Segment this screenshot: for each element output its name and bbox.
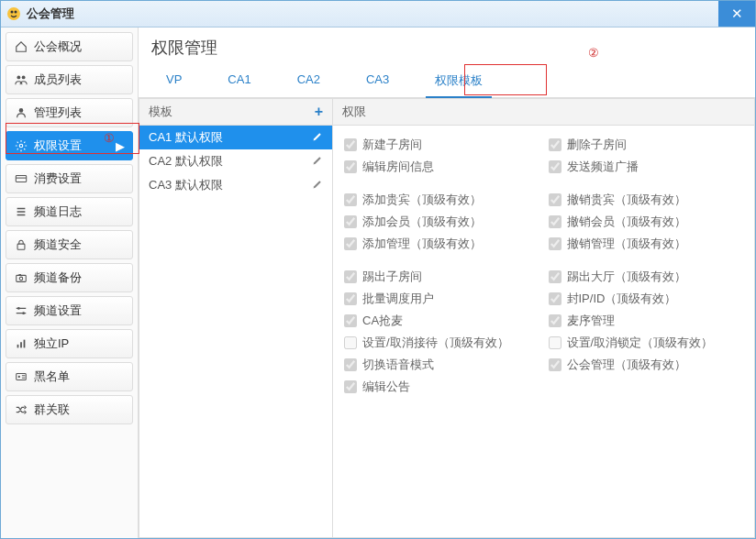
permission-checkbox[interactable] <box>344 314 357 327</box>
template-list: CA1 默认权限CA2 默认权限CA3 默认权限 <box>139 126 332 537</box>
permission-checkbox[interactable] <box>344 160 357 173</box>
permission-label: 批量调度用户 <box>362 291 434 307</box>
sidebar-item-10[interactable]: 黑名单 <box>6 362 133 391</box>
permission-label: 撤销贵宾（顶级有效） <box>567 192 686 208</box>
svg-point-4 <box>22 75 26 79</box>
svg-point-6 <box>19 144 23 148</box>
permission-checkbox[interactable] <box>549 138 561 151</box>
permission-item[interactable]: 撤销贵宾（顶级有效） <box>549 192 744 208</box>
permission-checkbox[interactable] <box>344 237 357 250</box>
sidebar-item-4[interactable]: 消费设置 <box>6 164 133 193</box>
sidebar-item-9[interactable]: 独立IP <box>6 329 133 358</box>
permission-label: 编辑房间信息 <box>362 159 434 175</box>
camera-icon <box>14 271 28 284</box>
svg-point-0 <box>7 7 20 20</box>
permission-item[interactable]: 封IP/ID（顶级有效） <box>549 291 744 307</box>
permission-checkbox[interactable] <box>549 314 561 327</box>
permission-item[interactable]: 新建子房间 <box>344 137 539 153</box>
svg-point-19 <box>18 376 20 378</box>
permission-checkbox[interactable] <box>344 215 357 228</box>
permission-checkbox[interactable] <box>344 358 357 371</box>
permission-checkbox[interactable] <box>344 380 357 393</box>
permission-item[interactable]: 撤销会员（顶级有效） <box>549 214 744 230</box>
permission-item[interactable]: 删除子房间 <box>549 137 744 153</box>
permission-group-2: 踢出子房间踢出大厅（顶级有效）批量调度用户封IP/ID（顶级有效）CA抢麦麦序管… <box>344 265 743 399</box>
svg-rect-10 <box>17 275 27 281</box>
permission-checkbox[interactable] <box>549 237 561 250</box>
permission-item[interactable]: 发送频道广播 <box>549 159 744 175</box>
permission-item[interactable]: 踢出子房间 <box>344 269 539 285</box>
permission-checkbox[interactable] <box>344 138 357 151</box>
edit-template-button[interactable] <box>312 131 323 145</box>
permission-checkbox[interactable] <box>344 292 357 305</box>
permission-checkbox[interactable] <box>344 270 357 283</box>
permission-label: 公会管理（顶级有效） <box>567 357 686 373</box>
permission-label: 添加贵宾（顶级有效） <box>362 192 482 208</box>
tab-3[interactable]: CA3 <box>357 65 398 98</box>
permission-checkbox[interactable] <box>549 270 561 283</box>
body: 公会概况成员列表管理列表权限设置▶消费设置频道日志频道安全频道备份频道设置独立I… <box>1 28 755 538</box>
permission-checkbox[interactable] <box>549 336 561 349</box>
permission-item[interactable]: 撤销管理（顶级有效） <box>549 236 744 252</box>
arrow-right-icon: ▶ <box>116 139 125 153</box>
permission-label: 编辑公告 <box>362 379 410 395</box>
content: 模板 + CA1 默认权限CA2 默认权限CA3 默认权限 权限 新建子房间删除… <box>139 98 755 538</box>
permission-checkbox[interactable] <box>344 336 357 349</box>
window-close-button[interactable]: ✕ <box>718 1 755 27</box>
permission-checkbox[interactable] <box>549 160 561 173</box>
edit-template-button[interactable] <box>312 155 323 169</box>
permission-label: 切换语音模式 <box>362 357 434 373</box>
sidebar-item-11[interactable]: 群关联 <box>6 395 133 424</box>
sidebar-item-label: 频道安全 <box>34 236 82 253</box>
tab-1[interactable]: CA1 <box>218 65 260 98</box>
window-title: 公会管理 <box>27 6 74 22</box>
permission-group-0: 新建子房间删除子房间编辑房间信息发送频道广播 <box>344 133 743 179</box>
sidebar-item-label: 成员列表 <box>34 72 82 88</box>
permission-item[interactable]: 踢出大厅（顶级有效） <box>549 269 744 285</box>
edit-template-button[interactable] <box>312 179 323 192</box>
template-label: CA3 默认权限 <box>149 177 223 193</box>
svg-point-1 <box>11 11 14 14</box>
permission-item[interactable]: 编辑公告 <box>344 379 539 395</box>
annotation-1: ① <box>104 131 115 145</box>
template-row-2[interactable]: CA3 默认权限 <box>139 173 332 197</box>
sidebar-item-0[interactable]: 公会概况 <box>6 32 133 61</box>
sidebar-item-5[interactable]: 频道日志 <box>6 197 133 226</box>
permission-item[interactable]: 公会管理（顶级有效） <box>549 357 744 373</box>
permission-checkbox[interactable] <box>549 292 561 305</box>
permission-checkbox[interactable] <box>549 358 561 371</box>
permission-item[interactable]: 编辑房间信息 <box>344 159 539 175</box>
permission-checkbox[interactable] <box>549 215 561 228</box>
permission-item[interactable]: 设置/取消接待（顶级有效） <box>344 335 539 351</box>
permission-item[interactable]: 麦序管理 <box>549 313 744 329</box>
permission-item[interactable]: 切换语音模式 <box>344 357 539 373</box>
sidebar-item-1[interactable]: 成员列表 <box>6 65 133 94</box>
sidebar-item-label: 公会概况 <box>34 38 82 55</box>
svg-rect-16 <box>20 342 22 347</box>
sidebar-item-label: 频道设置 <box>34 302 82 319</box>
svg-rect-17 <box>24 340 26 348</box>
sidebar-item-2[interactable]: 管理列表 <box>6 98 133 127</box>
sidebar-item-8[interactable]: 频道设置 <box>6 296 133 325</box>
svg-point-11 <box>19 277 23 280</box>
tab-2[interactable]: CA2 <box>288 65 329 98</box>
users-icon <box>14 73 28 86</box>
add-template-button[interactable]: + <box>315 104 323 120</box>
permission-checkbox[interactable] <box>344 193 357 206</box>
template-pane: 模板 + CA1 默认权限CA2 默认权限CA3 默认权限 <box>139 99 333 537</box>
permission-label: 新建子房间 <box>362 137 422 153</box>
permission-item[interactable]: 设置/取消锁定（顶级有效） <box>549 335 744 351</box>
tab-4[interactable]: 权限模板 <box>426 65 492 98</box>
sidebar-item-6[interactable]: 频道安全 <box>6 230 133 259</box>
tab-0[interactable]: VP <box>157 65 191 98</box>
permission-label: 撤销管理（顶级有效） <box>567 236 686 252</box>
template-row-0[interactable]: CA1 默认权限 <box>139 126 332 149</box>
permission-item[interactable]: 添加会员（顶级有效） <box>344 214 539 230</box>
template-row-1[interactable]: CA2 默认权限 <box>139 149 332 173</box>
permission-item[interactable]: 添加管理（顶级有效） <box>344 236 539 252</box>
permission-item[interactable]: 批量调度用户 <box>344 291 539 307</box>
sidebar-item-7[interactable]: 频道备份 <box>6 263 133 292</box>
permission-checkbox[interactable] <box>549 193 561 206</box>
permission-item[interactable]: 添加贵宾（顶级有效） <box>344 192 539 208</box>
permission-item[interactable]: CA抢麦 <box>344 313 539 329</box>
